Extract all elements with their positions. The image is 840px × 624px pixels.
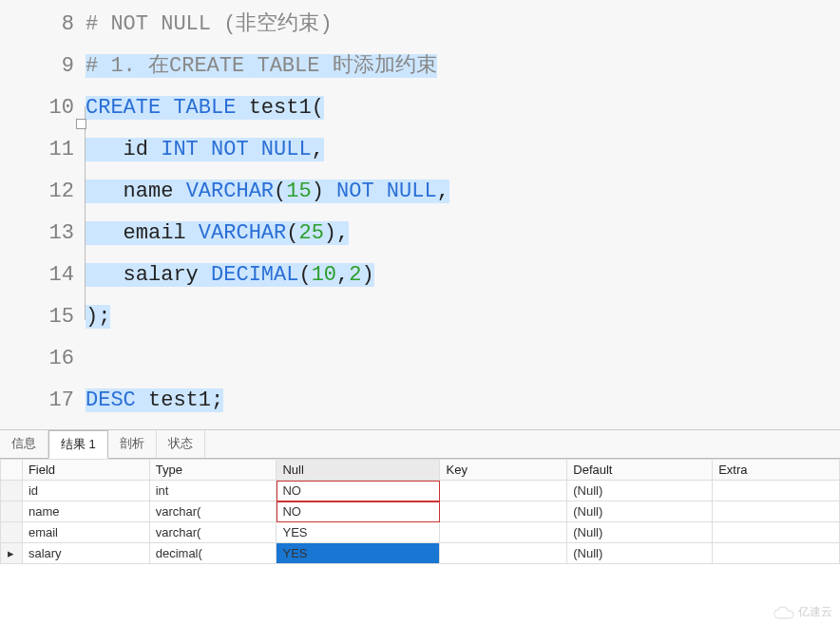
cell-null[interactable]: YES [277, 543, 440, 564]
code-content[interactable]: email VARCHAR(25), [86, 213, 840, 255]
token: ( [298, 263, 311, 287]
column-header[interactable]: Field [22, 460, 149, 481]
line-number[interactable]: 12 [0, 171, 86, 213]
line-number[interactable]: 8 [0, 4, 86, 46]
token: , [336, 221, 349, 245]
cell-key[interactable] [440, 501, 567, 522]
cell-type[interactable]: varchar( [149, 522, 277, 543]
token [86, 138, 124, 161]
line-number[interactable]: 9 [0, 46, 86, 87]
code-line[interactable]: 14 salary DECIMAL(10,2) [0, 255, 840, 296]
token: # NOT NULL (非空约束) [86, 12, 333, 36]
token: 15 [286, 180, 311, 203]
code-content[interactable]: ); [86, 296, 840, 338]
cell-type[interactable]: varchar( [149, 501, 277, 522]
tab-1[interactable]: 结果 1 [48, 430, 108, 459]
table-row[interactable]: namevarchar(NO(Null) [1, 501, 840, 522]
cell-type[interactable]: decimal( [149, 543, 277, 564]
line-number[interactable]: 15 [0, 296, 86, 338]
cell-field[interactable]: id [22, 481, 149, 501]
cell-null[interactable]: YES [277, 522, 440, 543]
line-number[interactable]: 17 [0, 380, 86, 422]
cell-type[interactable]: int [149, 481, 277, 501]
code-line[interactable]: 8# NOT NULL (非空约束) [0, 4, 840, 46]
column-header[interactable]: Extra [713, 460, 840, 481]
table-row[interactable]: ▸salarydecimal(YES(Null) [1, 543, 840, 564]
token: 2 [349, 263, 361, 287]
code-content[interactable]: # NOT NULL (非空约束) [86, 4, 840, 46]
token: CREATE TABLE [86, 96, 236, 120]
cell-extra[interactable] [713, 481, 840, 501]
token: id [124, 138, 148, 161]
cell-default[interactable]: (Null) [567, 522, 713, 543]
tab-2[interactable]: 剖析 [108, 430, 157, 458]
line-number[interactable]: 11 [0, 129, 86, 171]
code-line[interactable]: 17DESC test1; [0, 380, 840, 422]
token [324, 180, 336, 203]
token: test1 [148, 388, 211, 412]
token: , [437, 180, 449, 203]
code-content[interactable] [86, 338, 840, 380]
token [173, 180, 185, 203]
line-number[interactable]: 16 [0, 338, 86, 380]
cell-extra[interactable] [713, 522, 840, 543]
token: ( [286, 221, 298, 245]
cell-extra[interactable] [713, 543, 840, 564]
tab-0[interactable]: 信息 [0, 430, 48, 458]
column-header[interactable]: Default [567, 460, 713, 481]
token: DESC [86, 388, 136, 412]
table-row[interactable]: emailvarchar(YES(Null) [1, 522, 840, 543]
cell-field[interactable]: email [22, 522, 149, 543]
result-grid[interactable]: FieldTypeNullKeyDefaultExtraidintNO(Null… [0, 459, 840, 564]
row-marker: ▸ [1, 543, 23, 564]
code-content[interactable]: id INT NOT NULL, [86, 129, 840, 171]
token [148, 138, 161, 161]
code-line[interactable]: 10CREATE TABLE test1( [0, 87, 840, 129]
cell-default[interactable]: (Null) [567, 543, 713, 564]
cell-key[interactable] [440, 481, 567, 501]
code-content[interactable]: CREATE TABLE test1( [86, 87, 840, 129]
cell-key[interactable] [440, 543, 567, 564]
cell-field[interactable]: salary [22, 543, 149, 564]
code-content[interactable]: salary DECIMAL(10,2) [86, 255, 840, 296]
cell-extra[interactable] [713, 501, 840, 522]
code-content[interactable]: name VARCHAR(15) NOT NULL, [86, 171, 840, 213]
cell-default[interactable]: (Null) [567, 481, 713, 501]
cell-null[interactable]: NO [277, 481, 440, 501]
line-number[interactable]: 10 [0, 87, 86, 129]
table-header-row: FieldTypeNullKeyDefaultExtra [1, 460, 840, 481]
table-row[interactable]: idintNO(Null) [1, 481, 840, 501]
token: , [336, 263, 349, 287]
tab-3[interactable]: 状态 [157, 430, 205, 458]
token: # 1. 在CREATE TABLE 时添加约束 [86, 54, 437, 78]
token: INT NOT NULL [161, 138, 311, 161]
token [86, 180, 124, 203]
code-content[interactable]: DESC test1; [86, 380, 840, 422]
token: ); [86, 305, 110, 329]
code-line[interactable]: 13 email VARCHAR(25), [0, 213, 840, 255]
result-panel: 信息结果 1剖析状态 FieldTypeNullKeyDefaultExtrai… [0, 429, 840, 564]
cell-key[interactable] [440, 522, 567, 543]
cloud-icon [773, 606, 794, 619]
code-line[interactable]: 16 [0, 338, 840, 380]
code-line[interactable]: 11 id INT NOT NULL, [0, 129, 840, 171]
code-line[interactable]: 15); [0, 296, 840, 338]
cell-null[interactable]: NO [277, 501, 440, 522]
code-line[interactable]: 12 name VARCHAR(15) NOT NULL, [0, 171, 840, 213]
line-number[interactable]: 13 [0, 213, 86, 255]
code-content[interactable]: # 1. 在CREATE TABLE 时添加约束 [86, 46, 840, 87]
cell-default[interactable]: (Null) [567, 501, 713, 522]
token: ) [324, 221, 336, 245]
watermark: 亿速云 [773, 604, 832, 620]
code-line[interactable]: 9# 1. 在CREATE TABLE 时添加约束 [0, 46, 840, 87]
token [86, 347, 98, 370]
cell-field[interactable]: name [22, 501, 149, 522]
line-number[interactable]: 14 [0, 255, 86, 296]
row-marker [1, 501, 23, 522]
column-header[interactable]: Type [149, 460, 277, 481]
column-header[interactable]: Null [277, 460, 440, 481]
column-header[interactable]: Key [440, 460, 567, 481]
token: NOT NULL [336, 180, 437, 203]
code-editor[interactable]: 8# NOT NULL (非空约束)9# 1. 在CREATE TABLE 时添… [0, 0, 840, 429]
token: 10 [312, 263, 336, 287]
